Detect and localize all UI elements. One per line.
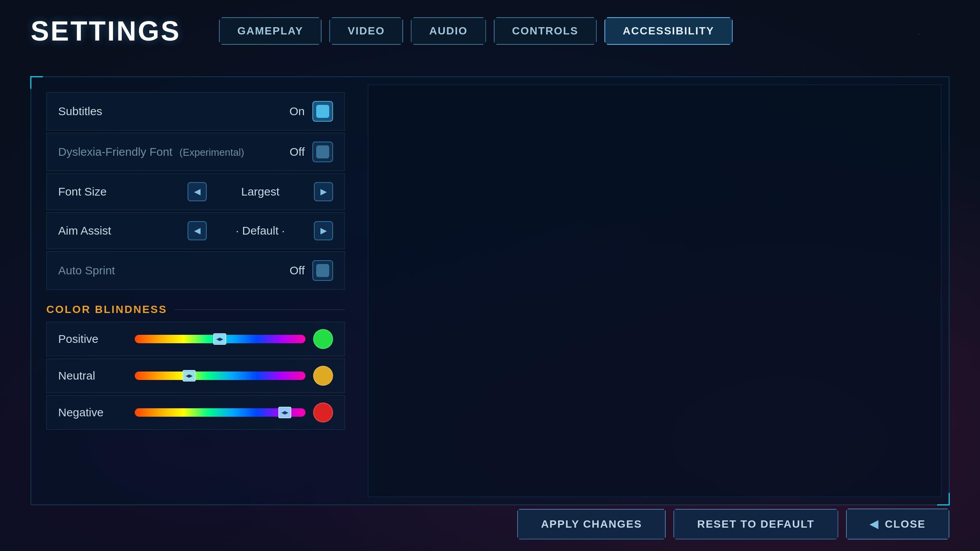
negative-slider-row: Negative: [46, 395, 345, 430]
close-label: CLOSE: [885, 518, 926, 530]
reset-to-default-button[interactable]: RESET TO DEFAULT: [673, 509, 838, 540]
aim-assist-row: Aim Assist ◀ · Default · ▶: [46, 212, 345, 249]
subtitles-value: On: [289, 105, 305, 118]
neutral-slider-track: [135, 372, 305, 380]
subtitles-toggle-inner: [316, 105, 329, 118]
font-size-label: Font Size: [58, 185, 188, 198]
font-size-control: ◀ Largest ▶: [188, 182, 333, 201]
negative-slider-thumb[interactable]: [278, 407, 291, 418]
tab-gameplay[interactable]: GAMEPLAY: [219, 17, 322, 45]
header: SETTINGS GAMEPLAY VIDEO AUDIO CONTROLS A…: [0, 15, 980, 47]
font-size-next-button[interactable]: ▶: [314, 182, 333, 201]
positive-color-dot: [313, 329, 333, 349]
dyslexia-font-label: Dyslexia-Friendly Font (Experimental): [58, 145, 290, 158]
dyslexia-font-toggle-inner: [316, 145, 329, 158]
auto-sprint-toggle[interactable]: [312, 260, 333, 281]
positive-slider-thumb[interactable]: [213, 333, 226, 345]
settings-panel: Subtitles On Dyslexia-Friendly Font (Exp…: [31, 77, 360, 505]
color-blindness-section-header: COLOR BLINDNESS: [46, 292, 345, 322]
dyslexia-font-toggle[interactable]: [312, 142, 333, 162]
dyslexia-font-extra: (Experimental): [180, 147, 244, 158]
aim-assist-control: ◀ · Default · ▶: [188, 221, 333, 240]
auto-sprint-value: Off: [290, 264, 305, 277]
color-blindness-title: COLOR BLINDNESS: [46, 303, 167, 316]
tab-controls[interactable]: CONTROLS: [494, 17, 597, 45]
negative-color-dot: [313, 403, 333, 422]
tab-accessibility[interactable]: ACCESSIBILITY: [604, 17, 733, 45]
subtitles-toggle[interactable]: [312, 101, 333, 122]
dyslexia-font-row: Dyslexia-Friendly Font (Experimental) Of…: [46, 133, 345, 171]
aim-assist-prev-button[interactable]: ◀: [188, 221, 207, 240]
negative-label: Negative: [58, 406, 127, 419]
main-panel: Subtitles On Dyslexia-Friendly Font (Exp…: [31, 77, 949, 505]
dyslexia-font-value: Off: [290, 145, 305, 158]
aim-assist-next-button[interactable]: ▶: [314, 221, 333, 240]
font-size-row: Font Size ◀ Largest ▶: [46, 173, 345, 210]
section-divider: [175, 310, 345, 310]
tab-video[interactable]: VIDEO: [329, 17, 403, 45]
neutral-color-dot: [313, 366, 333, 386]
neutral-slider-row: Neutral: [46, 359, 345, 393]
page-title: SETTINGS: [31, 15, 181, 47]
subtitles-label: Subtitles: [58, 105, 289, 118]
close-button[interactable]: ◀ CLOSE: [846, 509, 949, 540]
apply-changes-button[interactable]: APPLY CHANGES: [517, 509, 666, 540]
neutral-label: Neutral: [58, 369, 127, 382]
aim-assist-value: · Default ·: [207, 224, 314, 237]
font-size-value: Largest: [207, 185, 314, 198]
negative-slider-container: [135, 407, 305, 418]
nav-tabs: GAMEPLAY VIDEO AUDIO CONTROLS ACCESSIBIL…: [219, 17, 733, 45]
auto-sprint-row: Auto Sprint Off: [46, 251, 345, 290]
tab-audio[interactable]: AUDIO: [411, 17, 486, 45]
neutral-slider-thumb[interactable]: [183, 370, 196, 381]
positive-slider-row: Positive: [46, 322, 345, 356]
positive-slider-container: [135, 333, 305, 345]
preview-panel: [368, 85, 941, 497]
bottom-bar: APPLY CHANGES RESET TO DEFAULT ◀ CLOSE: [517, 509, 949, 540]
font-size-prev-button[interactable]: ◀: [188, 182, 207, 201]
positive-label: Positive: [58, 333, 127, 346]
aim-assist-label: Aim Assist: [58, 224, 188, 237]
close-arrow-icon: ◀: [870, 518, 879, 530]
neutral-slider-container: [135, 370, 305, 381]
subtitles-row: Subtitles On: [46, 92, 345, 130]
auto-sprint-label: Auto Sprint: [58, 264, 290, 277]
auto-sprint-toggle-inner: [316, 264, 329, 277]
